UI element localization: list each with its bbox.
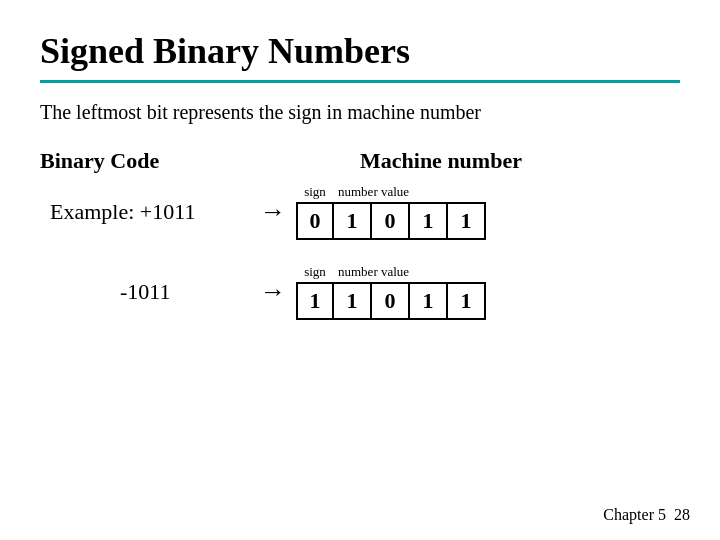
footer-page: 28	[674, 506, 690, 524]
example1-bit-0: 0	[296, 202, 334, 240]
machine-number-header: Machine number	[360, 148, 522, 174]
slide: Signed Binary Numbers The leftmost bit r…	[0, 0, 720, 540]
example2-row: -1011 → sign number value 1 1 0 1 1	[50, 264, 680, 320]
example2-bit-1: 1	[334, 282, 372, 320]
page-title: Signed Binary Numbers	[40, 30, 680, 72]
example2-value-label: number value	[338, 264, 409, 280]
example2-sign-label: sign	[296, 264, 334, 280]
example1-bit-4: 1	[448, 202, 486, 240]
example1-bits: 0 1 0 1 1	[296, 202, 486, 240]
example1-labels: sign number value	[296, 184, 409, 200]
example2-arrow: →	[260, 277, 286, 307]
example1-row: Example: +1011 → sign number value 0 1 0…	[50, 184, 680, 240]
example1-section: Example: +1011 → sign number value 0 1 0…	[50, 184, 680, 240]
example1-arrow: →	[260, 197, 286, 227]
binary-code-header: Binary Code	[40, 148, 300, 174]
example2-bit-0: 1	[296, 282, 334, 320]
example2-bit-group: sign number value 1 1 0 1 1	[296, 264, 486, 320]
subtitle-text: The leftmost bit represents the sign in …	[40, 101, 680, 124]
example1-value-label: number value	[338, 184, 409, 200]
example1-sign-label: sign	[296, 184, 334, 200]
example2-bits: 1 1 0 1 1	[296, 282, 486, 320]
example1-bit-1: 1	[334, 202, 372, 240]
example2-bit-4: 1	[448, 282, 486, 320]
example2-labels: sign number value	[296, 264, 409, 280]
example2-section: -1011 → sign number value 1 1 0 1 1	[50, 264, 680, 320]
title-divider	[40, 80, 680, 83]
example1-bit-2: 0	[372, 202, 410, 240]
example1-bit-group: sign number value 0 1 0 1 1	[296, 184, 486, 240]
column-headers: Binary Code Machine number	[40, 148, 680, 174]
example2-bit-2: 0	[372, 282, 410, 320]
footer-chapter: Chapter 5	[603, 506, 666, 524]
example1-label: Example: +1011	[50, 199, 250, 225]
example2-bit-3: 1	[410, 282, 448, 320]
example1-bit-3: 1	[410, 202, 448, 240]
footer: Chapter 5 28	[603, 506, 690, 524]
example2-label: -1011	[50, 279, 250, 305]
